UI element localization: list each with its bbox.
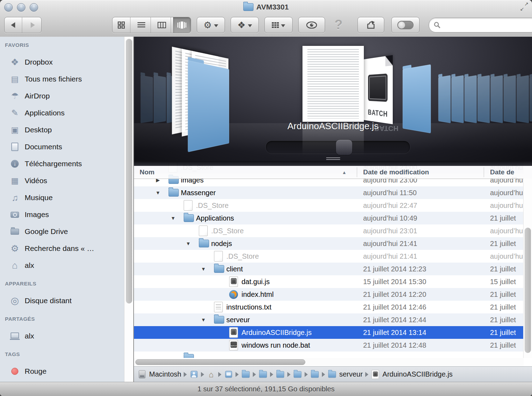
path-item[interactable] [293, 370, 302, 379]
table-row[interactable]: ▼Massengeraujourd’hui 11:50aujourd’hui [134, 186, 524, 199]
sidebar-item-disque-distant[interactable]: Disque distant [0, 292, 124, 309]
fullscreen-button[interactable]: ↗ ↙ [519, 1, 529, 11]
titlebar[interactable]: AVM3301 ↗ ↙ [0, 0, 532, 14]
column-header-name[interactable]: Nom [140, 166, 154, 179]
coverflow-view-button[interactable] [173, 17, 191, 33]
coverflow-folder-item[interactable] [516, 75, 529, 123]
sidebar-item-recherche-dans-[interactable]: Recherche dans « … [0, 240, 124, 257]
table-row[interactable]: ▼nodejsaujourd’hui 21:4121 juillet [134, 237, 524, 250]
sidebar-item-applications[interactable]: Applications [0, 104, 124, 121]
coverflow-folder-item[interactable] [141, 75, 153, 123]
back-button[interactable] [5, 17, 22, 33]
sidebar-item-dropbox[interactable]: Dropbox [0, 54, 124, 71]
sidebar-item-label: Google Drive [25, 227, 68, 236]
coverflow-folder-item[interactable] [403, 64, 431, 133]
coverflow-folder-item[interactable] [451, 75, 464, 123]
path-item[interactable] [224, 370, 233, 379]
path-item[interactable] [310, 370, 319, 379]
table-row[interactable]: .DS_Storeaujourd’hui 21:41aujourd’hui [134, 250, 524, 263]
path-item-arduinoasciibridge-js[interactable]: ArduinoASCIIBridge.js [371, 370, 453, 379]
column-header-modified[interactable]: Date de modification [363, 166, 429, 179]
action-menu-button[interactable]: ⚙ [197, 17, 225, 33]
column-divider[interactable] [484, 167, 484, 177]
sidebar-item-t-l-chargements[interactable]: Téléchargements [0, 155, 124, 172]
column-view-button[interactable] [153, 17, 171, 33]
table-row[interactable]: index.html21 juillet 2014 12:2021 juille… [134, 288, 524, 301]
coverflow-folder-item[interactable] [154, 75, 166, 123]
vertical-scrollbar[interactable] [523, 179, 532, 358]
path-item[interactable] [258, 370, 268, 379]
list-view-button[interactable] [133, 17, 151, 33]
forward-button[interactable] [24, 17, 42, 33]
coverflow-scrubber[interactable] [265, 140, 410, 154]
sidebar-item-alx[interactable]: alx [0, 257, 124, 274]
sidebar-item-alx[interactable]: alx [0, 328, 124, 344]
quick-look-button[interactable] [298, 17, 325, 33]
table-row[interactable]: instructions.txt21 juillet 2014 12:4621 … [134, 301, 524, 313]
sidebar-scrollbar-thumb[interactable] [126, 39, 132, 304]
table-row[interactable]: ▼serveur21 juillet 2014 12:4421 juillet [134, 313, 524, 326]
coverflow-folder-item[interactable] [477, 75, 490, 123]
sidebar-item-tous-mes-fichiers[interactable]: Tous mes fichiers [0, 71, 124, 88]
column-header-created[interactable]: Date de [490, 166, 514, 179]
sidebar-item-documents[interactable]: Documents [0, 138, 124, 155]
path-item[interactable] [241, 370, 250, 379]
coverflow-folder-item[interactable] [503, 75, 516, 123]
sidebar-item-google-drive[interactable]: Google Drive [0, 223, 124, 240]
icon-view-button[interactable] [112, 17, 130, 33]
coverflow-folder-item[interactable] [490, 75, 503, 123]
coverflow-folder-item[interactable] [530, 75, 532, 123]
table-row[interactable]: .DS_Storeaujourd’hui 23:01aujourd’hui [134, 224, 524, 237]
coverflow-folder-item[interactable] [188, 60, 229, 152]
coverflow-folder-item[interactable] [464, 75, 477, 123]
sidebar-item-rouge[interactable]: Rouge [0, 363, 124, 380]
disclosure-triangle-icon[interactable]: ▼ [200, 263, 207, 275]
search-field[interactable] [429, 18, 532, 32]
vertical-scrollbar-thumb[interactable] [525, 228, 531, 353]
date-created: 21 juillet [490, 339, 524, 352]
path-item-macintosh[interactable]: Macintosh [137, 370, 181, 379]
coverflow-area[interactable]: BATCH BATCH ArduinoASCIIBridge.js [134, 37, 532, 161]
sidebar-item-musique[interactable]: Musique [0, 189, 124, 206]
sidebar-section: APPAREILSDisque distant [0, 280, 124, 309]
window-chrome: AVM3301 ↗ ↙ [0, 0, 532, 37]
sidebar-item-images[interactable]: Images [0, 206, 124, 223]
scrubber-knob[interactable] [336, 139, 353, 155]
sidebar-item-label: alx [25, 261, 34, 270]
coverflow-resize-grip[interactable] [326, 157, 340, 161]
table-row[interactable]: .DS_Storeaujourd’hui 22:47aujourd’hui [134, 199, 524, 212]
sidebar-item-desktop[interactable]: Desktop [0, 121, 124, 138]
coverflow-batch-file[interactable]: BATCH [364, 55, 393, 124]
sidebar-item-airdrop[interactable]: AirDrop [0, 88, 124, 104]
eye-icon [306, 22, 317, 29]
help-button[interactable]: ? [331, 17, 346, 32]
table-row[interactable]: ▼Applicationsaujourd’hui 10:4921 juillet [134, 212, 524, 224]
disclosure-triangle-icon[interactable]: ▼ [169, 212, 177, 224]
path-item[interactable] [207, 370, 216, 379]
table-row[interactable]: ▼client21 juillet 2014 12:2321 juillet [134, 263, 524, 275]
horizontal-scrollbar-thumb[interactable] [135, 359, 305, 365]
search-input[interactable] [443, 21, 532, 29]
date-created: 21 juillet [490, 263, 524, 275]
arrange-menu-button[interactable] [264, 17, 293, 33]
window-title-proxy[interactable]: AVM3301 [0, 0, 532, 14]
column-divider[interactable] [357, 167, 357, 177]
airdrop-icon [9, 91, 20, 101]
table-row[interactable]: windows run node.bat21 juillet 2014 12:4… [134, 339, 524, 352]
toggle-button[interactable] [391, 17, 420, 33]
horizontal-scrollbar[interactable] [134, 358, 524, 366]
path-item[interactable] [189, 370, 198, 379]
sidebar-scrollbar[interactable] [124, 37, 134, 382]
disclosure-triangle-icon[interactable]: ▼ [200, 313, 207, 326]
coverflow-folder-item[interactable] [438, 75, 451, 123]
coverflow-selected-preview[interactable] [302, 46, 364, 122]
share-button[interactable] [357, 17, 384, 33]
dropbox-menu-button[interactable]: ❖ [231, 17, 259, 33]
path-item[interactable] [276, 370, 285, 379]
disclosure-triangle-icon[interactable]: ▼ [184, 237, 192, 250]
path-item-serveur[interactable]: serveur [328, 370, 363, 379]
table-row[interactable]: ArduinoASCIIBridge.js21 juillet 2014 13:… [134, 326, 524, 339]
sidebar-item-vid-os[interactable]: Vidéos [0, 172, 124, 189]
disclosure-triangle-icon[interactable]: ▼ [154, 186, 162, 199]
table-row[interactable]: dat.gui.js15 juillet 2014 15:3015 juille… [134, 275, 524, 288]
